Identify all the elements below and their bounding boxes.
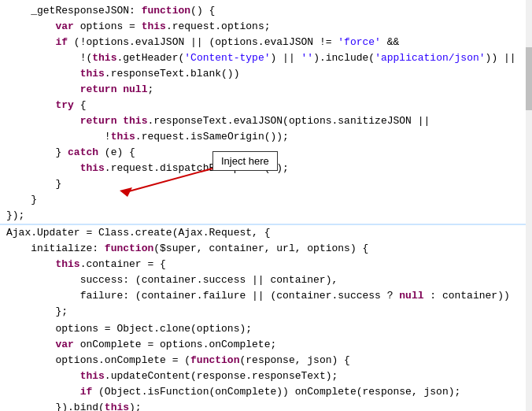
scrollbar-thumb[interactable]	[526, 47, 532, 110]
code-line: } catch (e) {	[0, 145, 532, 161]
code-line: this.responseText.blank())	[0, 66, 532, 82]
code-editor: _getResponseJSON: function() { var optio…	[0, 0, 532, 411]
code-line: return null;	[0, 82, 532, 98]
code-line: var onComplete = options.onComplete;	[0, 337, 532, 353]
code-line: });	[0, 208, 532, 224]
code-line: }	[0, 176, 532, 192]
code-line: this.updateContent(response.responseText…	[0, 368, 532, 384]
code-line: options.onComplete = (function(response,…	[0, 353, 532, 368]
code-line: };	[0, 304, 532, 320]
code-line: initialize: function($super, container, …	[0, 241, 532, 257]
code-line: options = Object.clone(options);	[0, 321, 532, 337]
code-line: }).bind(this);	[0, 400, 532, 411]
code-line: try {	[0, 98, 532, 113]
code-line: if (Object.isFunction(onComplete)) onCom…	[0, 384, 532, 400]
code-line: }	[0, 192, 532, 208]
code-line: success: (container.success || container…	[0, 272, 532, 288]
code-line: failure: (container.failure || (containe…	[0, 288, 532, 304]
code-line: this.request.dispatchException(e);	[0, 161, 532, 176]
scrollbar[interactable]	[526, 0, 532, 411]
code-lines: _getResponseJSON: function() { var optio…	[0, 3, 532, 411]
code-line: Ajax.Updater = Class.create(Ajax.Request…	[0, 225, 532, 241]
code-line: !(this.getHeader('Content-type') || '').…	[0, 50, 532, 66]
code-line: if (!options.evalJSON || (options.evalJS…	[0, 35, 532, 50]
code-line: return this.responseText.evalJSON(option…	[0, 113, 532, 129]
code-line: var options = this.request.options;	[0, 19, 532, 35]
code-line: this.container = {	[0, 257, 532, 272]
code-line: !this.request.isSameOrigin());	[0, 129, 532, 145]
code-line: _getResponseJSON: function() {	[0, 3, 532, 19]
